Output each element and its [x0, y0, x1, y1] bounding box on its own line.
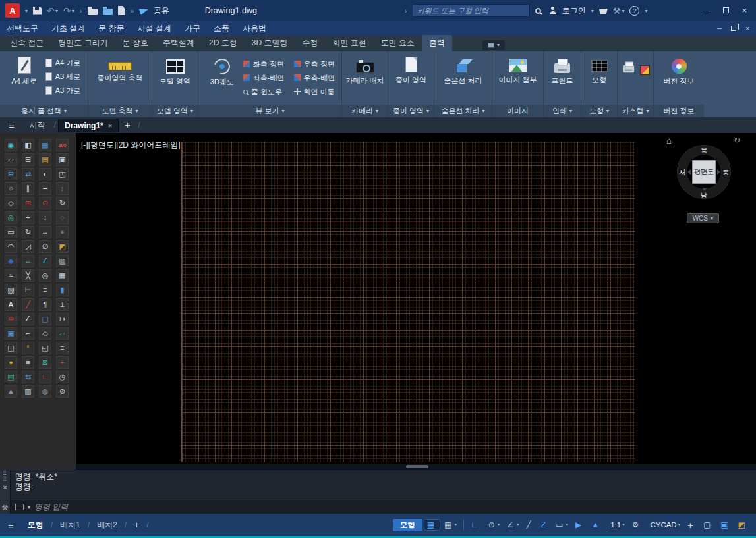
drawing-grid[interactable] — [181, 142, 635, 462]
rectangle-tool[interactable]: ▭ — [5, 226, 17, 238]
purge-tool[interactable]: ⊘ — [56, 385, 69, 398]
quick-calc-tool[interactable]: ± — [56, 298, 69, 311]
annotation-scale-100[interactable]: 100 — [56, 139, 69, 151]
tools-menu-button[interactable]: ⚒▾ — [613, 6, 625, 16]
close-command-panel-icon[interactable]: × — [3, 483, 7, 491]
copy-tool[interactable]: ⊟ — [22, 153, 34, 166]
donut-tool[interactable]: ◎ — [5, 211, 17, 224]
viewcube-arrow-down-icon[interactable] — [702, 188, 707, 191]
list-tool[interactable]: ≡ — [56, 342, 69, 354]
mirror-tool[interactable]: ⇄ — [22, 168, 34, 180]
view-left-front-button[interactable]: 좌측-정면 — [243, 58, 285, 70]
properties-palette-tool[interactable]: ▮ — [56, 284, 69, 296]
ribbon-tab-modify[interactable]: 수정 — [295, 35, 325, 51]
maximize-button[interactable] — [719, 6, 733, 15]
linetype-control[interactable]: ◐ — [39, 168, 51, 180]
orbit-3d-button[interactable]: 3D궤도 — [205, 55, 239, 87]
named-views-tool[interactable]: ◱ — [39, 342, 51, 354]
annotation-scale-control[interactable]: 1:1 ▾ — [606, 520, 627, 530]
panel-footer-view[interactable]: 뷰 보기 — [198, 105, 341, 117]
cart-icon[interactable] — [599, 9, 608, 14]
viewcube-south[interactable]: 남 — [701, 191, 707, 200]
sheet-tool[interactable]: ▤ — [5, 371, 17, 383]
wcs-selector[interactable]: WCS ▾ — [687, 213, 719, 223]
paper-model-toggle[interactable]: 모형 — [393, 519, 422, 531]
new-document-tab-button[interactable]: + — [119, 120, 136, 130]
panel-footer-print[interactable]: 인쇄 — [544, 105, 581, 117]
ribbon-tab-display[interactable]: 화면 표현 — [325, 35, 373, 51]
ortho-mode-toggle[interactable]: Z — [538, 520, 551, 530]
hatch-tool[interactable]: ▨ — [5, 284, 17, 296]
a4-portrait-button[interactable]: A4 세로 — [7, 55, 42, 86]
viewport-label[interactable]: [-][평면도][2D 와이어프레임] — [81, 140, 181, 151]
text-tool[interactable]: A — [5, 298, 17, 311]
ucs-tool[interactable]: ∟ — [39, 371, 51, 383]
command-history[interactable]: 명령: *취소* 명령: — [11, 470, 756, 500]
isolate-objects-toggle[interactable]: ◩ — [736, 520, 751, 530]
menu-usage[interactable]: 사용법 — [243, 23, 266, 34]
pan-view-button[interactable]: 화면 이동 — [294, 86, 335, 97]
version-info-button[interactable]: 버전 정보 — [662, 55, 696, 86]
save-icon[interactable] — [33, 7, 42, 15]
layer-freeze-tool[interactable]: ◌ — [56, 211, 69, 224]
model-button[interactable]: 모형 — [582, 55, 616, 85]
layer-off-tool[interactable]: ● — [56, 226, 69, 238]
search-chevron-icon[interactable]: › — [405, 7, 407, 14]
panel-footer-image[interactable]: 이미지 — [492, 105, 543, 117]
regen-tool[interactable]: ↻ — [56, 197, 69, 209]
dim-linear-tool[interactable]: ↔ — [39, 226, 51, 238]
group-tool[interactable]: ▥ — [56, 255, 69, 267]
insert-point-tool[interactable]: ⊕ — [5, 313, 17, 325]
ribbon-tab-floorplan[interactable]: 평면도 그리기 — [51, 35, 115, 51]
custom-print-icon[interactable] — [623, 65, 635, 72]
viewcube-north[interactable]: 북 — [701, 146, 707, 155]
arc-tool[interactable]: ◠ — [5, 240, 17, 253]
annotation-monitor-toggle[interactable]: ▲ — [589, 520, 604, 530]
scale-tool[interactable]: ◿ — [22, 240, 34, 253]
block-tool[interactable]: ▣ — [5, 327, 17, 340]
layout-tab-model[interactable]: 모형 — [23, 520, 48, 531]
paper-area-scale-button[interactable]: 종이영역 축척 — [97, 55, 142, 83]
panel-footer-version[interactable]: 버전 정보 — [654, 105, 704, 117]
ribbon-tab-doors-windows[interactable]: 문 창호 — [115, 35, 156, 51]
redo-button[interactable]: ↷▾ — [63, 6, 74, 16]
panel-footer-custom[interactable]: 커스텀 — [618, 105, 653, 117]
print-button[interactable]: 프린트 — [545, 55, 579, 86]
polar-tracking-toggle[interactable]: ∠ ▾ — [504, 520, 521, 530]
display-settings-toggle[interactable]: ▣ — [718, 520, 733, 530]
dynamic-ucs-toggle[interactable]: ∟ — [468, 520, 484, 530]
panel-footer-model-area[interactable]: 모델 영역 — [152, 105, 198, 117]
ribbon-tab-house-design[interactable]: 주택설계 — [156, 35, 202, 51]
app-menu-button[interactable]: A — [5, 3, 20, 18]
sheet-icon[interactable] — [118, 6, 125, 15]
layout-tab-layout1[interactable]: 배치1 — [55, 520, 85, 531]
isoplane-toggle[interactable]: ╱ — [524, 520, 537, 530]
orbit-arrows-icon[interactable]: ↻ — [734, 136, 740, 145]
login-caret-icon[interactable]: ▾ — [591, 8, 594, 14]
document-menu-icon[interactable]: ≡ — [0, 120, 23, 131]
zoom-window-button[interactable]: 줌 윈도우 — [243, 86, 285, 97]
doc-minimize-button[interactable]: ─ — [717, 25, 722, 32]
explode-tool[interactable]: * — [22, 342, 34, 354]
hidden-line-button[interactable]: 숨은선 처리 — [444, 55, 482, 86]
help-caret-icon[interactable]: ▾ — [645, 8, 647, 14]
dim-diameter-tool[interactable]: ∅ — [39, 240, 51, 253]
customize-command-icon[interactable]: ⚒ — [2, 504, 9, 512]
home-icon[interactable]: ⌂ — [666, 136, 672, 146]
wipeout-tool[interactable]: ◇ — [39, 327, 51, 340]
minimize-button[interactable]: ─ — [700, 6, 714, 15]
match-properties-tool[interactable]: ▥ — [22, 385, 34, 398]
layout-tab-layout2[interactable]: 배치2 — [92, 520, 122, 531]
menu-facility-design[interactable]: 시설 설계 — [138, 23, 171, 34]
workspace-selector[interactable]: CYCAD ▾ — [646, 520, 683, 530]
render-tool[interactable]: ◍ — [39, 385, 51, 398]
close-button[interactable]: × — [738, 6, 751, 15]
fillet-tool[interactable]: ⌐ — [22, 327, 34, 340]
viewcube-top-face[interactable]: 평면도 — [692, 160, 716, 184]
mtext-tool[interactable]: ¶ — [39, 298, 51, 311]
crosshair-toggle[interactable]: + — [685, 519, 699, 531]
drag-grip-icon[interactable]: ⠿ — [3, 477, 7, 482]
undo-button[interactable]: ↶▾ — [47, 6, 58, 16]
model-area-button[interactable]: 모델 영역 — [158, 55, 192, 86]
isolate-tool[interactable]: ◩ — [56, 240, 69, 253]
